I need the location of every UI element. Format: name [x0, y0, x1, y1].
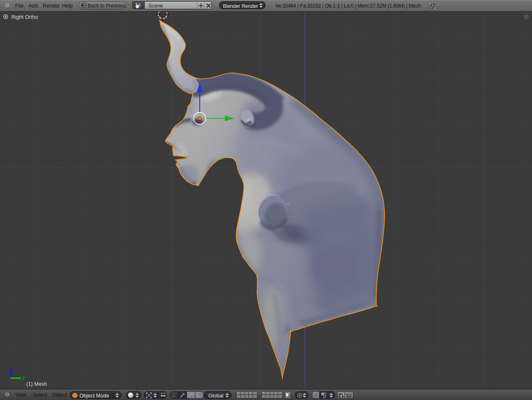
- svg-text:(1) Mesh: (1) Mesh: [26, 381, 47, 387]
- svg-text:Right Ortho: Right Ortho: [11, 14, 38, 20]
- svg-text:y: y: [23, 375, 25, 380]
- svg-text:z: z: [12, 364, 15, 369]
